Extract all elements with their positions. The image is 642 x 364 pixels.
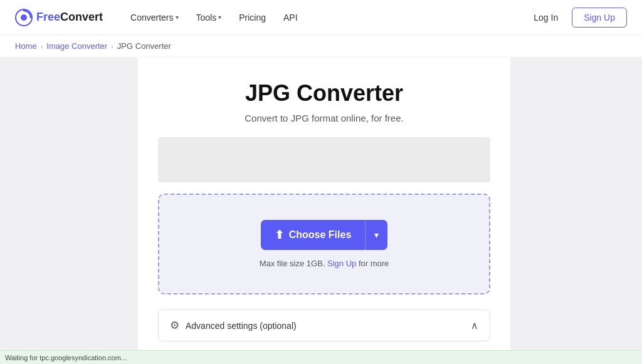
page-subtitle: Convert to JPG format online, for free. [245,113,403,123]
sidebar-left [0,58,138,364]
nav-api[interactable]: API [276,9,305,26]
status-text: Waiting for tpc.googlesyndication.com... [5,354,127,361]
file-upload-icon: ⬆ [275,228,284,242]
logo[interactable]: FreeConvert [15,9,103,26]
file-limit-signup-link[interactable]: Sign Up [327,259,356,268]
logo-free-text: Free [36,11,60,23]
advanced-settings-bar[interactable]: ⚙ Advanced settings (optional) ∧ [158,309,490,341]
page-layout: JPG Converter Convert to JPG format onli… [0,58,642,364]
chevron-down-icon: ▾ [176,14,179,21]
signup-button[interactable]: Sign Up [572,8,627,28]
ad-banner [158,137,490,182]
status-bar: Waiting for tpc.googlesyndication.com... [0,350,642,364]
svg-point-1 [21,14,27,21]
nav-actions: Log In Sign Up [526,8,627,28]
choose-files-button[interactable]: ⬆ Choose Files [261,220,366,250]
breadcrumb: Home › Image Converter › JPG Converter [0,35,642,58]
nav-tools[interactable]: Tools ▾ [189,9,229,26]
advanced-settings-label: Advanced settings (optional) [186,321,297,331]
logo-convert-text: Convert [60,11,103,23]
nav-pricing[interactable]: Pricing [231,9,273,26]
gear-icon: ⚙ [170,319,179,332]
breadcrumb-home[interactable]: Home [15,41,37,51]
sidebar-right [510,58,642,364]
login-button[interactable]: Log In [526,9,566,26]
breadcrumb-sep-2: › [111,43,113,50]
breadcrumb-current: JPG Converter [117,41,171,51]
drop-zone[interactable]: ⬆ Choose Files ▾ Max file size 1GB. Sign… [158,194,490,294]
breadcrumb-image-converter[interactable]: Image Converter [46,41,107,51]
main-content: JPG Converter Convert to JPG format onli… [138,58,510,364]
choose-files-wrapper: ⬆ Choose Files ▾ [261,220,388,250]
page-title: JPG Converter [245,80,403,107]
file-limit-text: Max file size 1GB. Sign Up for more [260,259,389,268]
chevron-up-icon: ∧ [471,320,478,331]
breadcrumb-sep-1: › [41,43,43,50]
nav-converters[interactable]: Converters ▾ [123,9,186,26]
nav-links: Converters ▾ Tools ▾ Pricing API [123,9,526,26]
logo-icon [15,9,33,26]
choose-files-dropdown-button[interactable]: ▾ [365,220,387,250]
chevron-down-icon: ▾ [374,230,379,240]
navbar: FreeConvert Converters ▾ Tools ▾ Pricing… [0,0,642,35]
chevron-down-icon: ▾ [218,14,221,21]
